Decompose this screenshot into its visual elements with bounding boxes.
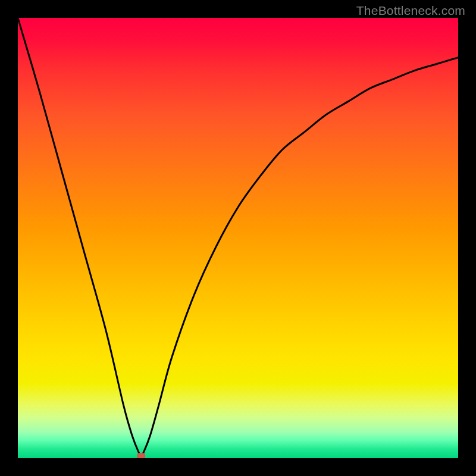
optimal-point-marker [137, 453, 145, 458]
chart-plot-area [18, 18, 458, 458]
watermark-text: TheBottleneck.com [356, 4, 465, 18]
bottleneck-curve-path [18, 18, 458, 456]
bottleneck-curve-svg [18, 18, 458, 458]
